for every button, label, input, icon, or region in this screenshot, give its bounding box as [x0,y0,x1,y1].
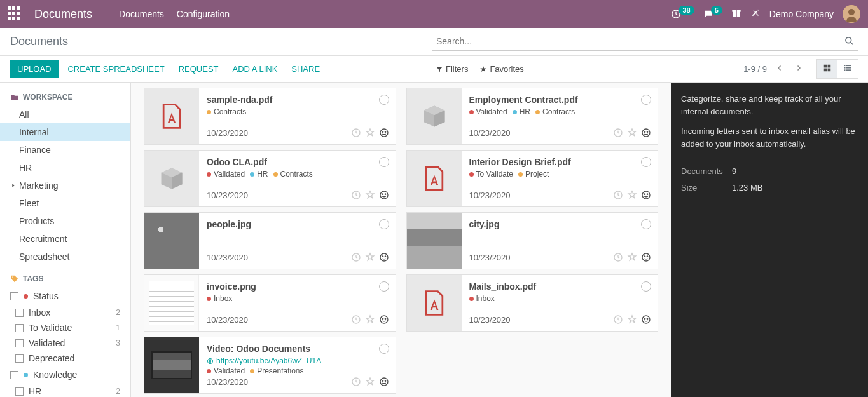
settings-icon[interactable] [750,8,761,20]
tag-group-header[interactable]: Status [0,287,130,305]
checkbox-icon[interactable] [15,324,24,332]
tag-item[interactable]: HR2 [0,384,130,397]
star-icon[interactable] [627,252,637,262]
document-card[interactable]: Mails_inbox.pdfInbox10/23/2020 [406,274,659,332]
clock-icon[interactable] [351,377,361,387]
search-icon[interactable] [844,36,854,48]
clock-icon[interactable] [613,252,623,262]
sidebar-workspace-item[interactable]: Marketing [0,177,130,194]
select-circle[interactable] [379,281,389,292]
clock-icon[interactable] [351,128,361,138]
star-icon[interactable] [365,314,375,325]
nav-configuration[interactable]: Configuration [177,9,230,19]
select-circle[interactable] [641,157,651,167]
company-selector[interactable]: Demo Company [769,9,834,19]
app-brand[interactable]: Documents [34,8,92,21]
document-tag: Presentations [250,367,303,375]
select-circle[interactable] [641,281,651,292]
sidebar-workspace-item[interactable]: Recruitment [0,230,130,248]
favorites-button[interactable]: Favorites [479,64,523,74]
checkbox-icon[interactable] [15,339,24,347]
star-icon[interactable] [627,190,637,200]
document-card[interactable]: Employment Contract.pdfValidatedHRContra… [406,88,659,145]
select-circle[interactable] [641,219,651,229]
clock-icon[interactable] [351,190,361,200]
star-icon[interactable] [627,128,637,138]
sidebar-workspace-item[interactable]: Fleet [0,194,130,212]
kanban-view-button[interactable] [817,60,837,78]
svg-point-28 [382,194,383,194]
request-button[interactable]: REQUEST [179,64,219,74]
add-link-button[interactable]: ADD A LINK [233,64,278,74]
select-circle[interactable] [379,344,389,354]
tag-item[interactable]: Validated3 [0,335,130,351]
emoji-icon[interactable] [641,128,651,138]
document-link[interactable]: https://youtu.be/Ayab6wZ_U1A [207,356,388,365]
clock-icon[interactable] [351,252,361,262]
emoji-icon[interactable] [379,128,389,138]
document-tags: To ValidateProject [469,170,651,178]
document-card[interactable]: Video: Odoo Documentshttps://youtu.be/Ay… [144,337,396,394]
star-icon[interactable] [365,377,375,387]
document-card[interactable]: Interior Design Brief.pdfTo ValidateProj… [406,150,659,207]
select-circle[interactable] [379,95,389,105]
document-card[interactable]: people.jpg10/23/2020 [144,212,396,269]
gift-icon[interactable] [731,8,741,20]
clock-icon[interactable] [351,314,361,325]
emoji-icon[interactable] [379,377,389,387]
user-avatar[interactable] [843,5,860,23]
select-circle[interactable] [379,219,389,229]
messages-icon[interactable]: 5 [703,9,722,19]
star-icon[interactable] [365,128,375,138]
sidebar-workspace-item[interactable]: Products [0,212,130,230]
svg-point-49 [647,318,647,319]
tag-group-header[interactable]: Knowledge [0,366,130,384]
emoji-icon[interactable] [641,190,651,200]
upload-button[interactable]: UPLOAD [10,60,59,78]
select-circle[interactable] [379,157,389,167]
sidebar-workspace-item[interactable]: Finance [0,141,130,159]
emoji-icon[interactable] [379,252,389,262]
activities-icon[interactable]: 38 [671,9,694,19]
tag-item[interactable]: Deprecated [0,351,130,366]
tag-item[interactable]: To Validate1 [0,320,130,335]
star-icon[interactable] [627,314,637,325]
checkbox-icon[interactable] [15,387,24,396]
document-card[interactable]: Odoo CLA.pdfValidatedHRContracts10/23/20… [144,150,396,207]
nav-documents[interactable]: Documents [119,9,164,19]
apps-icon[interactable] [8,6,23,22]
info-documents-value: 9 [732,165,736,178]
checkbox-icon[interactable] [15,354,24,363]
list-view-button[interactable] [837,60,858,78]
share-button[interactable]: SHARE [291,64,320,74]
star-icon[interactable] [365,252,375,262]
emoji-icon[interactable] [379,190,389,200]
checkbox-icon[interactable] [15,309,24,317]
emoji-icon[interactable] [641,314,651,325]
search-input[interactable] [432,32,858,50]
pager-prev[interactable] [773,62,786,76]
emoji-icon[interactable] [641,252,651,262]
select-circle[interactable] [641,95,651,105]
checkbox-icon[interactable] [10,371,18,379]
emoji-icon[interactable] [379,314,389,325]
document-card[interactable]: invoice.pngInbox10/23/2020 [144,274,396,332]
checkbox-icon[interactable] [10,292,18,300]
clock-icon[interactable] [613,128,623,138]
pager-next[interactable] [792,62,805,76]
sidebar-workspace-item[interactable]: Internal [0,123,130,141]
create-spreadsheet-button[interactable]: CREATE SPREADSHEET [67,64,164,74]
sidebar-workspace-item[interactable]: HR [0,159,130,177]
clock-icon[interactable] [613,314,623,325]
star-icon[interactable] [365,190,375,200]
filters-button[interactable]: Filters [436,64,468,74]
sidebar-workspace-item[interactable]: All [0,105,130,123]
document-card[interactable]: city.jpg10/23/2020 [406,212,659,269]
document-card[interactable]: sample-nda.pdfContracts10/23/2020 [144,88,396,145]
sidebar: WORKSPACE AllInternalFinanceHRMarketingF… [0,83,131,397]
sidebar-workspace-item[interactable]: Spreadsheet [0,248,130,266]
document-tags: ValidatedHRContracts [469,107,651,116]
info-text-2: Incoming letters sent to inbox email ali… [681,125,858,150]
clock-icon[interactable] [613,190,623,200]
tag-item[interactable]: Inbox2 [0,305,130,320]
